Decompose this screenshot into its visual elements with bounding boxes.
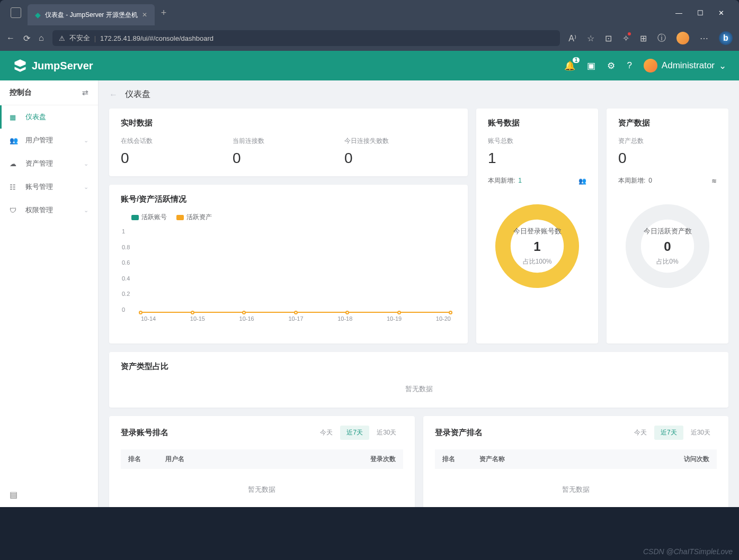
main-content: ← 仪表盘 实时数据 在线会话数 0 当前连接数 0 xyxy=(99,80,739,507)
app-window: JumpServer 🔔 ▣ ⚙ ? Administrator ⌄ 控制台 ⇄… xyxy=(0,51,739,507)
minimize-button[interactable]: — xyxy=(675,9,682,17)
col-name: 用户名 xyxy=(165,455,353,464)
donut-value: 1 xyxy=(533,239,540,254)
sidebar-item-label: 资产管理 xyxy=(25,159,53,168)
legend-swatch xyxy=(131,215,139,220)
swap-icon[interactable]: ⇄ xyxy=(82,88,88,97)
stat-failures: 今日连接失败数 0 xyxy=(344,137,456,167)
user-name: Administrator xyxy=(662,60,715,71)
watermark: CSDN @ChaITSimpleLove xyxy=(643,547,733,556)
sidebar-item-accounts[interactable]: ☷ 账号管理 ⌄ xyxy=(0,175,98,198)
bing-icon[interactable]: b xyxy=(719,31,733,45)
extensions-icon[interactable]: ✧ xyxy=(622,33,629,43)
x-axis: 10-1410-1510-1610-1710-1810-1910-20 xyxy=(141,315,451,322)
sidebar-item-users[interactable]: 👥 用户管理 ⌄ xyxy=(0,129,98,152)
stat-value: 1 xyxy=(488,150,586,167)
donut-pct: 占比0% xyxy=(656,257,678,266)
new-tab-button[interactable]: + xyxy=(161,7,167,19)
chevron-down-icon: ⌄ xyxy=(84,184,88,191)
card-title: 账号/资产活跃情况 xyxy=(121,194,456,204)
stat-label: 账号总数 xyxy=(488,137,586,146)
inbox-icon[interactable]: ▣ xyxy=(587,60,595,71)
accounts-icon: ☷ xyxy=(10,183,18,191)
browser-tab-bar: ◆ 仪表盘 - JumpServer 开源堡垒机 ✕ + — ☐ ✕ xyxy=(0,0,739,25)
close-button[interactable]: ✕ xyxy=(718,9,724,17)
help-icon[interactable]: ? xyxy=(627,60,631,71)
tab-title: 仪表盘 - JumpServer 开源堡垒机 xyxy=(45,11,138,20)
legend-label: 活跃资产 xyxy=(186,213,212,222)
table-header: 排名 用户名 登录次数 xyxy=(121,449,403,469)
users-icon: 👥 xyxy=(10,137,18,144)
users-icon: 👥 xyxy=(578,177,586,185)
back-button[interactable]: ← xyxy=(6,33,15,43)
tab-close-icon[interactable]: ✕ xyxy=(142,11,147,19)
tab-7days[interactable]: 近7天 xyxy=(654,426,683,440)
stat-label: 今日连接失败数 xyxy=(344,137,456,146)
browser-tab[interactable]: ◆ 仪表盘 - JumpServer 开源堡垒机 ✕ xyxy=(28,4,155,25)
maximize-button[interactable]: ☐ xyxy=(697,9,704,17)
profile-avatar[interactable] xyxy=(676,32,689,44)
user-menu[interactable]: Administrator ⌄ xyxy=(644,59,726,73)
tab-30days[interactable]: 近30天 xyxy=(684,426,717,440)
tabs-icon[interactable] xyxy=(11,7,21,18)
donut-label: 今日活跃资产数 xyxy=(644,227,692,236)
read-aloud-icon[interactable]: A⁾ xyxy=(568,33,576,43)
no-data-text: 暂无数据 xyxy=(121,469,403,507)
refresh-button[interactable]: ⟳ xyxy=(23,33,30,43)
col-count: 登录次数 xyxy=(353,455,396,464)
favorite-icon[interactable]: ☆ xyxy=(587,33,594,43)
asset-rank-card: 登录资产排名 今天 近7天 近30天 排名 资产名称 访问次数 暂无数据 xyxy=(423,416,729,507)
donut-label: 今日登录账号数 xyxy=(513,227,562,236)
sidebar-item-label: 仪表盘 xyxy=(25,112,46,122)
login-rank-card: 登录账号排名 今天 近7天 近30天 排名 用户名 登录次数 暂无数据 xyxy=(109,416,415,507)
stat-label: 资产总数 xyxy=(618,137,717,146)
app-body: 控制台 ⇄ ▦ 仪表盘 👥 用户管理 ⌄ ☁ 资产管理 ⌄ ☷ 账号管理 ⌄ xyxy=(0,80,739,507)
time-range-tabs: 今天 近7天 近30天 xyxy=(628,426,717,440)
sidebar-title-text: 控制台 xyxy=(10,88,32,97)
addon-icon[interactable]: ⊞ xyxy=(640,33,647,43)
new-label: 本周新增: xyxy=(618,177,645,184)
sidebar-item-perms[interactable]: 🛡 权限管理 ⌄ xyxy=(0,198,98,222)
line-chart: 00.20.40.60.81 10-1410-1510-1610-1710-18… xyxy=(137,228,456,334)
new-label: 本周新增: xyxy=(488,177,515,184)
sidebar-item-label: 权限管理 xyxy=(25,205,53,215)
legend-item[interactable]: 活跃资产 xyxy=(176,213,212,222)
tab-7days[interactable]: 近7天 xyxy=(340,426,369,440)
window-controls: — ☐ ✕ xyxy=(675,9,735,17)
stat-connections: 当前连接数 0 xyxy=(233,137,344,167)
chevron-down-icon: ⌄ xyxy=(84,207,88,214)
card-title: 账号数据 xyxy=(488,118,586,128)
back-icon[interactable]: ← xyxy=(109,90,118,100)
url-input[interactable]: ⚠ 不安全 | 172.25.41.89/ui/#/console/dashbo… xyxy=(52,30,560,46)
settings-icon[interactable]: ⚙ xyxy=(607,60,615,71)
notification-icon[interactable]: 🔔 xyxy=(564,60,575,71)
tab-today[interactable]: 今天 xyxy=(314,426,339,440)
logo-icon xyxy=(13,58,28,73)
col-name: 资产名称 xyxy=(479,455,667,464)
chevron-down-icon: ⌄ xyxy=(719,60,726,71)
sidebar-item-assets[interactable]: ☁ 资产管理 ⌄ xyxy=(0,152,98,175)
sidebar-item-dashboard[interactable]: ▦ 仪表盘 xyxy=(0,105,98,129)
more-icon[interactable]: ⋯ xyxy=(700,33,708,43)
card-title: 实时数据 xyxy=(121,118,456,128)
no-data-text: 暂无数据 xyxy=(121,380,717,398)
tab-30days[interactable]: 近30天 xyxy=(370,426,403,440)
collections-icon[interactable]: ⊡ xyxy=(605,33,612,43)
home-button[interactable]: ⌂ xyxy=(39,33,44,43)
tab-today[interactable]: 今天 xyxy=(628,426,653,440)
sidebar-item-label: 用户管理 xyxy=(25,136,53,145)
sidebar-collapse-button[interactable]: ▤ xyxy=(0,482,98,507)
accounts-card: 账号数据 账号总数 1 本周新增:1 👥 今日登录账号数 1 xyxy=(476,109,598,344)
card-title: 资产类型占比 xyxy=(121,362,717,372)
performance-icon[interactable]: ⓘ xyxy=(657,33,666,44)
app-header: JumpServer 🔔 ▣ ⚙ ? Administrator ⌄ xyxy=(0,51,739,80)
chart-legend: 活跃账号 活跃资产 xyxy=(131,213,456,222)
col-rank: 排名 xyxy=(442,455,479,464)
accounts-donut-chart: 今日登录账号数 1 占比100% xyxy=(492,201,582,291)
legend-label: 活跃账号 xyxy=(141,213,167,222)
col-rank: 排名 xyxy=(128,455,165,464)
url-text: 172.25.41.89/ui/#/console/dashboard xyxy=(100,34,213,42)
stat-label: 当前连接数 xyxy=(233,137,344,146)
legend-item[interactable]: 活跃账号 xyxy=(131,213,167,222)
app-logo[interactable]: JumpServer xyxy=(13,58,93,73)
